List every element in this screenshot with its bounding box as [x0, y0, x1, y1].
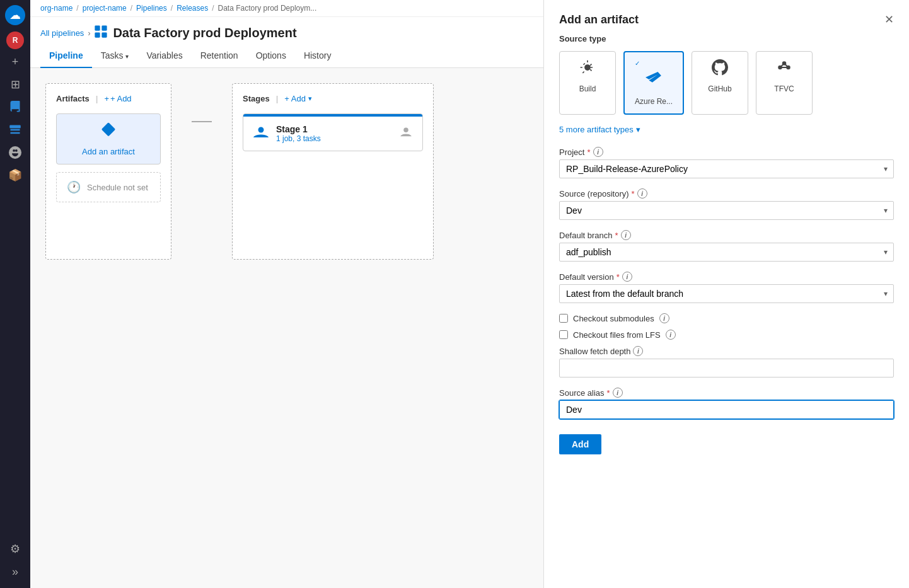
source-repo-select[interactable]: Dev	[559, 201, 894, 220]
breadcrumb-project[interactable]: project-name	[83, 4, 127, 13]
default-version-select[interactable]: Latest from the default branch	[559, 284, 894, 303]
stage-card-body: Stage 1 1 job, 3 tasks	[243, 117, 422, 151]
build-icon	[579, 59, 596, 79]
all-pipelines-link[interactable]: All pipelines	[40, 28, 84, 38]
breadcrumb-org[interactable]: org-name	[40, 4, 72, 13]
azure-repos-check: ✓	[635, 60, 640, 67]
user-avatar[interactable]: R	[6, 32, 24, 49]
nav-overview[interactable]: ⊞	[5, 74, 25, 95]
default-branch-info-icon[interactable]: i	[621, 230, 631, 240]
tab-tasks[interactable]: Tasks ▾	[92, 44, 138, 68]
default-version-info-icon[interactable]: i	[622, 272, 632, 282]
more-types-chevron-icon: ▾	[636, 125, 640, 134]
schedule-icon: 🕐	[67, 180, 81, 194]
default-branch-select[interactable]: adf_publish	[559, 243, 894, 262]
source-type-row: Build ✓ Azure Re...	[559, 51, 894, 115]
default-version-required: *	[617, 272, 620, 282]
default-branch-field-group: Default branch * i adf_publish ▾	[559, 230, 894, 262]
more-types-label: 5 more artifact types	[559, 125, 634, 134]
nav-repos[interactable]	[5, 97, 25, 117]
default-branch-label: Default branch * i	[559, 230, 894, 240]
schedule-box[interactable]: 🕐 Schedule not set	[56, 172, 161, 202]
artifacts-title: Artifacts	[56, 94, 90, 103]
breadcrumb-pipelines[interactable]: Pipelines	[136, 4, 167, 13]
svg-rect-1	[102, 25, 107, 30]
stage-card[interactable]: Stage 1 1 job, 3 tasks	[243, 113, 423, 151]
tabs: Pipeline Tasks ▾ Variables Retention Opt…	[30, 44, 543, 68]
project-label: Project * i	[559, 147, 894, 157]
more-artifact-types-link[interactable]: 5 more artifact types ▾	[559, 125, 894, 134]
shallow-fetch-info-icon[interactable]: i	[633, 346, 643, 356]
default-branch-select-wrapper: adf_publish ▾	[559, 243, 894, 262]
breadcrumb-releases[interactable]: Releases	[177, 4, 208, 13]
panel-title: Add an artifact	[559, 13, 639, 26]
source-card-github[interactable]: GitHub	[692, 51, 748, 115]
tab-history[interactable]: History	[295, 44, 340, 68]
artifact-card[interactable]: Add an artifact	[56, 113, 161, 164]
add-artifact-panel: Add an artifact ✕ Source type Build ✓	[543, 0, 909, 588]
shallow-fetch-field-group: Shallow fetch depth i	[559, 346, 894, 378]
tab-retention[interactable]: Retention	[192, 44, 247, 68]
source-repo-required: *	[632, 189, 635, 199]
source-card-build[interactable]: Build	[559, 51, 616, 115]
nav-expand[interactable]: »	[5, 562, 25, 582]
page-title: Data Factory prod Deployment	[113, 26, 296, 40]
default-branch-required: *	[615, 231, 618, 240]
default-version-label: Default version * i	[559, 272, 894, 282]
breadcrumb-chevron: ›	[88, 29, 90, 38]
checkout-submodules-checkbox[interactable]	[559, 314, 568, 323]
project-select-wrapper: RP_Build-Release-AzurePolicy ▾	[559, 159, 894, 178]
svg-rect-2	[95, 32, 100, 37]
stages-add-button[interactable]: + Add ▾	[284, 94, 312, 103]
source-repo-select-wrapper: Dev ▾	[559, 201, 894, 220]
source-repo-info-icon[interactable]: i	[637, 188, 647, 199]
source-card-azure-repos[interactable]: ✓ Azure Re...	[623, 51, 684, 115]
tab-variables[interactable]: Variables	[137, 44, 191, 68]
artifacts-add-button[interactable]: + + Add	[104, 94, 131, 103]
source-repo-field-group: Source (repository) * i Dev ▾	[559, 188, 894, 220]
shallow-fetch-input[interactable]	[559, 359, 894, 378]
add-button[interactable]: Add	[559, 434, 601, 454]
checkout-lfs-info-icon[interactable]: i	[666, 330, 676, 340]
checkout-lfs-checkbox[interactable]	[559, 330, 568, 339]
source-alias-input[interactable]	[559, 400, 894, 419]
schedule-label: Schedule not set	[87, 183, 148, 192]
artifact-card-icon	[100, 122, 117, 143]
source-repo-label: Source (repository) * i	[559, 188, 894, 199]
nav-artifacts[interactable]: 📦	[5, 165, 25, 185]
default-version-field-group: Default version * i Latest from the defa…	[559, 272, 894, 303]
project-info-icon[interactable]: i	[593, 147, 603, 157]
source-type-group: Source type Build ✓	[559, 34, 894, 115]
app-logo[interactable]: ☁	[5, 5, 25, 25]
tab-pipeline[interactable]: Pipeline	[40, 44, 92, 68]
default-version-select-wrapper: Latest from the default branch ▾	[559, 284, 894, 303]
stage-info: Stage 1 1 job, 3 tasks	[276, 124, 392, 143]
tfvc-icon	[776, 59, 792, 79]
panel-header: Add an artifact ✕	[544, 0, 909, 34]
source-alias-info-icon[interactable]: i	[613, 388, 623, 398]
checkout-submodules-row: Checkout submodules i	[559, 313, 894, 323]
breadcrumb-sep1: /	[76, 4, 78, 13]
tab-options[interactable]: Options	[247, 44, 295, 68]
panel-close-button[interactable]: ✕	[884, 13, 894, 26]
pipeline-canvas: Artifacts | + + Add Add an artifact	[30, 68, 543, 588]
stage-name: Stage 1	[276, 124, 392, 134]
source-type-label: Source type	[559, 34, 894, 43]
project-select[interactable]: RP_Build-Release-AzurePolicy	[559, 159, 894, 178]
build-label: Build	[579, 84, 596, 93]
stages-add-chevron-icon: ▾	[308, 95, 312, 103]
stage-approver-icon[interactable]	[400, 126, 412, 142]
stage-sub[interactable]: 1 job, 3 tasks	[276, 134, 392, 143]
source-alias-label: Source alias * i	[559, 388, 894, 398]
checkout-submodules-info-icon[interactable]: i	[659, 313, 669, 323]
nav-settings[interactable]: ⚙	[5, 539, 25, 559]
nav-pipelines[interactable]	[5, 120, 25, 140]
stages-header: Stages | + Add ▾	[243, 94, 423, 103]
source-card-tfvc[interactable]: TFVC	[756, 51, 813, 115]
svg-point-5	[403, 127, 408, 132]
pipeline-icon	[94, 25, 108, 42]
stages-title: Stages	[243, 94, 270, 103]
stage-icon	[253, 124, 269, 143]
nav-add[interactable]: +	[5, 52, 25, 72]
nav-testplans[interactable]	[5, 142, 25, 163]
